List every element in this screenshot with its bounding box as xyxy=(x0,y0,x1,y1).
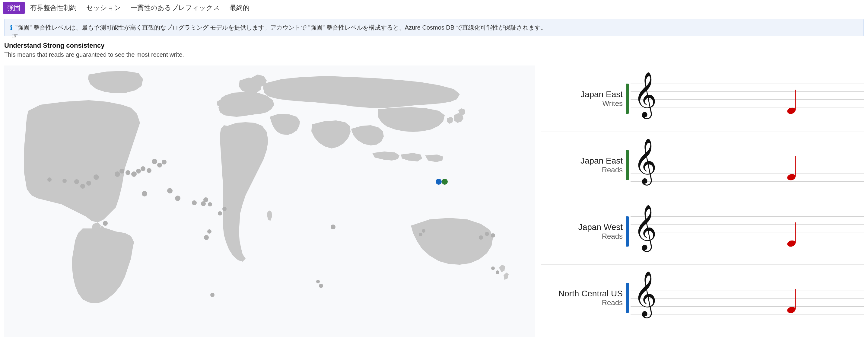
staff-line xyxy=(630,91,864,92)
music-row-japan-west-reads: Japan West Reads 𝄞 xyxy=(541,198,864,265)
region-type-1: Reads xyxy=(541,166,623,174)
treble-clef-1: 𝄞 xyxy=(633,141,657,180)
map-dot xyxy=(48,177,52,182)
info-banner-text: "強固" 整合性レベルは、最も予測可能性が高く直観的なプログラミング モデルを提… xyxy=(16,24,547,32)
map-dot xyxy=(152,159,157,164)
map-dot xyxy=(222,207,226,211)
map-dot xyxy=(331,225,336,229)
map-dot xyxy=(142,191,147,197)
map-dot xyxy=(491,266,495,270)
music-row-japan-east-writes: Japan East Writes 𝄞 xyxy=(541,65,864,132)
staff-lines-0 xyxy=(630,84,864,120)
map-dot xyxy=(204,235,209,240)
staff-line xyxy=(630,174,864,174)
world-map-container xyxy=(4,65,535,337)
region-type-3: Reads xyxy=(541,298,623,307)
map-dot xyxy=(192,200,197,205)
map-dot xyxy=(422,229,425,233)
map-dot xyxy=(479,235,483,240)
region-name-3: North Central US xyxy=(541,289,623,298)
map-dot xyxy=(86,181,91,186)
music-note-0 xyxy=(785,87,803,117)
staff-line xyxy=(630,240,864,240)
map-dot xyxy=(485,232,489,236)
staff-line xyxy=(630,166,864,166)
map-dot xyxy=(319,284,323,288)
map-dot xyxy=(167,188,173,194)
map-dot xyxy=(419,233,423,236)
treble-clef-0: 𝄞 xyxy=(633,75,657,114)
staff-2: 𝄞 xyxy=(630,210,864,259)
music-note-1 xyxy=(785,153,803,183)
staff-lines-3 xyxy=(630,283,864,319)
map-dot xyxy=(496,270,499,274)
map-dot xyxy=(207,229,212,234)
map-dot xyxy=(162,160,166,165)
section-heading: Understand Strong consistency xyxy=(4,42,864,50)
staff-line xyxy=(630,107,864,108)
region-type-2: Reads xyxy=(541,232,623,240)
music-row-north-central-us-reads: North Central US Reads 𝄞 xyxy=(541,265,864,331)
treble-clef-3: 𝄞 xyxy=(633,274,657,313)
map-dot xyxy=(74,179,79,184)
region-label-north-central-us-reads: North Central US Reads xyxy=(541,289,626,307)
region-type-0: Writes xyxy=(541,99,623,108)
cursor-hand-icon: ☞ xyxy=(11,31,18,41)
staff-0: 𝄞 xyxy=(630,78,864,126)
world-map xyxy=(4,65,535,337)
map-dot xyxy=(210,293,215,297)
region-label-japan-west-reads: Japan West Reads xyxy=(541,223,626,240)
staff-line xyxy=(630,216,864,217)
main-content: Japan East Writes 𝄞 Japan East Rea xyxy=(0,62,868,340)
map-dot xyxy=(136,169,141,174)
map-dot xyxy=(175,196,180,201)
staff-line xyxy=(630,248,864,248)
staff-line xyxy=(630,115,864,115)
staff-3: 𝄞 xyxy=(630,277,864,325)
map-dot xyxy=(208,202,212,206)
music-row-japan-east-reads: Japan East Reads 𝄞 xyxy=(541,132,864,198)
map-dot xyxy=(316,280,320,284)
staff-line xyxy=(630,224,864,225)
map-dot xyxy=(436,179,442,185)
top-navigation: 強固 有界整合性制約 セッション 一貫性のあるプレフィックス 最終的 xyxy=(0,0,868,16)
info-icon: ℹ xyxy=(10,24,12,32)
staff-line xyxy=(630,232,864,232)
staff-line xyxy=(630,158,864,158)
map-dot xyxy=(491,233,495,237)
staff-lines-1 xyxy=(630,150,864,186)
region-name-0: Japan East xyxy=(541,90,623,99)
map-dot xyxy=(115,171,120,177)
tab-consistent-prefix[interactable]: 一貫性のあるプレフィックス xyxy=(126,2,224,14)
music-note-3 xyxy=(785,286,803,316)
svg-point-1 xyxy=(786,107,796,115)
right-panel: Japan East Writes 𝄞 Japan East Rea xyxy=(535,65,864,337)
region-label-japan-east-reads: Japan East Reads xyxy=(541,156,626,174)
tab-eventual[interactable]: 最終的 xyxy=(225,2,254,14)
staff-line xyxy=(630,84,864,84)
map-dot xyxy=(442,179,448,185)
staff-line xyxy=(630,181,864,182)
svg-point-5 xyxy=(786,239,796,247)
section-subtext: This means that reads are guaranteed to … xyxy=(4,51,864,58)
bar-indicator-2 xyxy=(626,216,629,246)
map-dot xyxy=(131,171,137,177)
staff-line xyxy=(630,298,864,299)
tab-strong[interactable]: 強固 xyxy=(3,2,25,14)
tab-bounded[interactable]: 有界整合性制約 xyxy=(26,2,81,14)
map-dot xyxy=(147,168,151,173)
map-dot xyxy=(94,174,99,180)
map-dot xyxy=(141,166,146,171)
tab-session[interactable]: セッション xyxy=(82,2,125,14)
bar-indicator-3 xyxy=(626,283,629,313)
staff-1: 𝄞 xyxy=(630,144,864,192)
treble-clef-2: 𝄞 xyxy=(633,207,657,246)
map-dot xyxy=(125,170,130,175)
staff-line xyxy=(630,291,864,291)
info-banner: ℹ "強固" 整合性レベルは、最も予測可能性が高く直観的なプログラミング モデル… xyxy=(4,19,864,36)
map-dot xyxy=(157,163,162,168)
staff-line xyxy=(630,283,864,283)
region-name-1: Japan East xyxy=(541,156,623,166)
region-name-2: Japan West xyxy=(541,223,623,232)
map-dot xyxy=(103,221,108,226)
